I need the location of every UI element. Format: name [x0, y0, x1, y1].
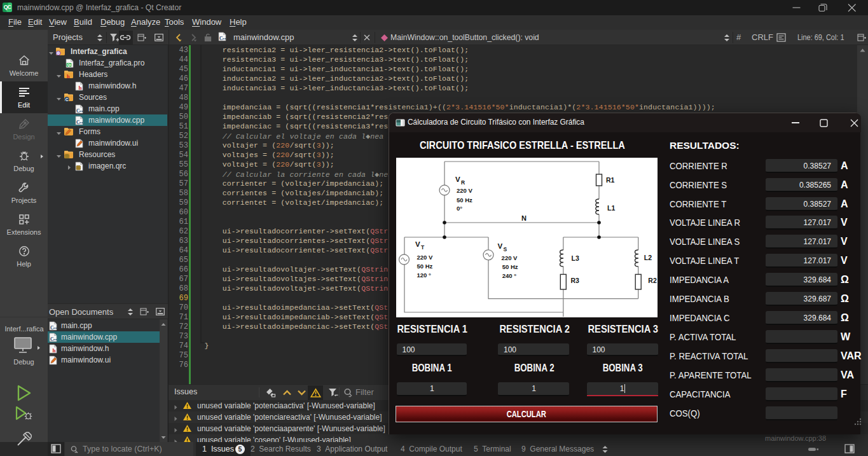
svg-text:50 Hz: 50 Hz	[457, 197, 472, 204]
svg-text:L1: L1	[607, 204, 615, 212]
svg-text:C: C	[76, 108, 79, 114]
svg-text:⚙: ⚙	[57, 51, 60, 55]
svg-text:V: V	[415, 240, 420, 248]
svg-text:L3: L3	[572, 254, 579, 262]
svg-text:N: N	[521, 214, 527, 222]
svg-text:S: S	[503, 246, 507, 252]
svg-text:R2: R2	[648, 277, 657, 284]
svg-text:240 °: 240 °	[502, 272, 516, 279]
svg-text:T: T	[421, 244, 425, 251]
svg-text:R: R	[461, 179, 465, 186]
svg-text:L2: L2	[644, 254, 652, 261]
svg-text:V: V	[455, 176, 460, 183]
svg-text:C: C	[65, 97, 69, 102]
svg-text:C: C	[50, 336, 53, 342]
svg-text:h: h	[67, 73, 70, 79]
svg-text:220 V: 220 V	[457, 187, 472, 194]
svg-text:h: h	[53, 347, 56, 354]
svg-text:V: V	[497, 242, 502, 250]
svg-text:C: C	[50, 325, 53, 331]
svg-text:Qt: Qt	[67, 63, 71, 67]
svg-text:h: h	[79, 85, 82, 91]
svg-text:C: C	[219, 36, 223, 41]
svg-text:R1: R1	[606, 176, 615, 184]
svg-text:50 Hz: 50 Hz	[502, 263, 518, 270]
svg-text:220 V: 220 V	[417, 254, 433, 261]
svg-text:50 Hz: 50 Hz	[417, 263, 433, 270]
svg-text:R3: R3	[570, 277, 579, 284]
svg-text:0°: 0°	[457, 205, 462, 212]
svg-text:C: C	[76, 120, 79, 125]
svg-text:220 V: 220 V	[502, 254, 518, 261]
svg-text:120 °: 120 °	[417, 272, 431, 279]
